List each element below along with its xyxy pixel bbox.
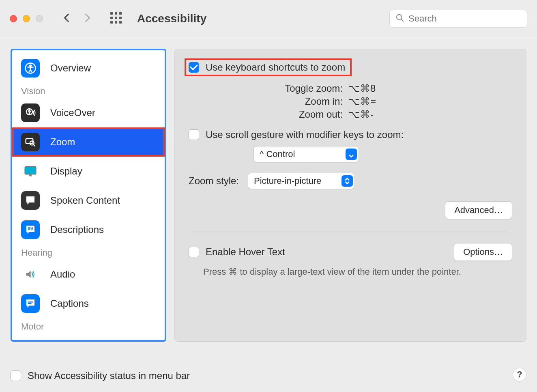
svg-rect-0 <box>110 12 113 15</box>
zoom-window-button[interactable] <box>36 15 43 22</box>
sidebar-section-motor: Motor <box>12 318 165 334</box>
show-all-icon[interactable] <box>110 11 122 26</box>
zoom-out-value: ⌥⌘- <box>348 109 512 120</box>
svg-line-17 <box>34 144 35 146</box>
nav-arrows <box>62 13 92 25</box>
hover-text-checkbox[interactable] <box>189 247 199 257</box>
zoom-in-label: Zoom in: <box>189 96 343 107</box>
scroll-gesture-label: Use scroll gesture with modifier keys to… <box>206 129 404 140</box>
help-button[interactable]: ? <box>513 368 526 381</box>
svg-text:99: 99 <box>28 226 33 231</box>
sidebar-label: Captions <box>50 298 89 309</box>
svg-rect-5 <box>119 17 122 19</box>
svg-rect-4 <box>115 17 117 19</box>
display-icon <box>21 162 40 181</box>
status-menubar-checkbox[interactable] <box>11 370 21 381</box>
captions-icon <box>21 294 40 313</box>
svg-rect-23 <box>28 303 32 304</box>
keyboard-shortcuts-label: Use keyboard shortcuts to zoom <box>206 62 345 73</box>
toggle-zoom-label: Toggle zoom: <box>189 83 343 94</box>
svg-rect-18 <box>25 167 36 174</box>
svg-rect-22 <box>28 302 33 303</box>
modifier-key-value: ^ Control <box>260 149 295 159</box>
svg-rect-3 <box>110 17 113 19</box>
forward-button <box>82 13 92 25</box>
toggle-zoom-value: ⌥⌘8 <box>348 83 512 94</box>
divider <box>189 233 512 233</box>
sidebar-label: Overview <box>50 62 91 74</box>
shortcut-list: Toggle zoom: ⌥⌘8 Zoom in: ⌥⌘= Zoom out: … <box>189 83 512 120</box>
sidebar-label: Display <box>50 166 82 177</box>
advanced-button[interactable]: Advanced… <box>445 201 512 219</box>
zoom-style-label: Zoom style: <box>189 175 239 187</box>
sidebar-label: Spoken Content <box>50 195 120 206</box>
sidebar-section-vision: Vision <box>12 83 165 98</box>
hover-text-options-button[interactable]: Options… <box>454 243 512 261</box>
speaker-icon <box>21 265 40 284</box>
chevron-down-icon <box>346 149 357 160</box>
sidebar-label: Zoom <box>50 136 75 148</box>
sidebar-item-overview[interactable]: Overview <box>12 54 165 83</box>
zoom-style-dropdown[interactable]: Picture-in-picture <box>248 173 355 189</box>
descriptions-icon: 99 <box>21 220 40 239</box>
zoom-icon <box>21 133 40 151</box>
sidebar-item-display[interactable]: Display <box>12 157 165 186</box>
svg-rect-2 <box>119 12 122 15</box>
sidebar-label: VoiceOver <box>50 107 95 118</box>
sidebar-label: Audio <box>50 269 75 280</box>
status-menubar-label: Show Accessibility status in menu bar <box>28 370 190 381</box>
chevron-updown-icon <box>342 175 353 187</box>
sidebar-section-hearing: Hearing <box>12 244 165 260</box>
settings-panel: Use keyboard shortcuts to zoom Toggle zo… <box>174 49 526 342</box>
svg-rect-1 <box>115 12 117 15</box>
voiceover-icon <box>21 103 40 122</box>
search-input[interactable] <box>408 13 521 24</box>
sidebar: Overview Vision VoiceOver Zoom Display <box>11 49 166 342</box>
footer: Show Accessibility status in menu bar <box>11 370 190 381</box>
hover-text-label: Enable Hover Text <box>206 246 285 258</box>
keyboard-shortcuts-highlight: Use keyboard shortcuts to zoom <box>185 58 352 76</box>
svg-rect-20 <box>29 174 32 176</box>
window-controls <box>10 15 43 22</box>
search-field[interactable] <box>389 10 527 28</box>
svg-point-14 <box>29 110 30 111</box>
svg-line-10 <box>401 19 404 21</box>
zoom-in-value: ⌥⌘= <box>348 96 512 107</box>
minimize-window-button[interactable] <box>23 15 30 22</box>
close-window-button[interactable] <box>10 15 17 22</box>
sidebar-item-voiceover[interactable]: VoiceOver <box>12 98 165 127</box>
zoom-style-value: Picture-in-picture <box>254 176 321 186</box>
back-button[interactable] <box>62 13 72 25</box>
sidebar-item-descriptions[interactable]: 99 Descriptions <box>12 215 165 244</box>
sidebar-item-zoom[interactable]: Zoom <box>12 127 165 157</box>
search-icon <box>395 13 404 24</box>
keyboard-shortcuts-checkbox[interactable] <box>189 62 199 73</box>
zoom-out-label: Zoom out: <box>189 109 343 120</box>
window-title: Accessibility <box>137 12 384 25</box>
hover-text-hint: Press ⌘ to display a large-text view of … <box>203 267 512 277</box>
svg-rect-7 <box>115 21 117 24</box>
sidebar-label: Descriptions <box>50 224 104 235</box>
accessibility-icon <box>21 59 40 78</box>
sidebar-item-spoken-content[interactable]: Spoken Content <box>12 186 165 215</box>
toolbar: Accessibility <box>0 0 537 37</box>
speech-bubble-icon <box>21 191 40 210</box>
svg-rect-6 <box>110 21 113 24</box>
svg-point-12 <box>30 65 31 67</box>
modifier-key-dropdown[interactable]: ^ Control <box>253 146 359 162</box>
sidebar-item-audio[interactable]: Audio <box>12 260 165 289</box>
scroll-gesture-checkbox[interactable] <box>189 129 199 140</box>
sidebar-item-captions[interactable]: Captions <box>12 289 165 318</box>
svg-rect-8 <box>119 21 122 24</box>
